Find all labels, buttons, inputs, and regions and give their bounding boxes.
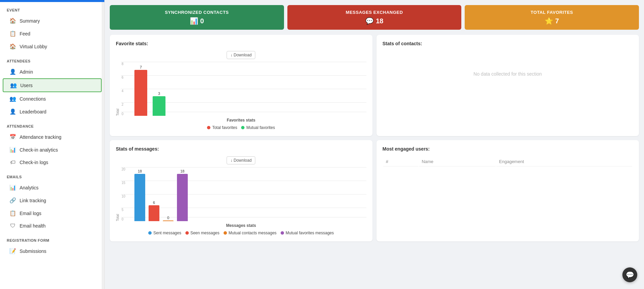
stat-title-messages: MESSAGES EXCHANGED [346, 10, 403, 15]
bar-value: 6 [153, 201, 155, 205]
engaged-col-header: # [383, 157, 418, 166]
sidebar-item-users[interactable]: 👥Users [3, 78, 102, 92]
sidebar-scrollbar[interactable] [102, 0, 104, 289]
bar-col-sent-messages: 18 [134, 169, 145, 221]
legend-label: Seen messages [190, 231, 220, 235]
stats-messages-chart: ↓ Download Total 20 15 10 5 0 [116, 156, 366, 235]
panel-stats-messages: Stats of messages: ↓ Download Total 20 1… [110, 140, 372, 241]
sidebar-item-label-submissions: Submissions [20, 248, 46, 254]
legend-dot [224, 231, 227, 235]
legend-item: Mutual favorites messages [281, 231, 334, 235]
stats-contacts-no-data: No data collected for this section [383, 51, 633, 97]
main-content: SYNCHRONIZED CONTACTS 📊 0 MESSAGES EXCHA… [105, 0, 644, 289]
stat-title-synchronized: SYNCHRONIZED CONTACTS [165, 10, 229, 15]
stat-total-favorites: TOTAL FAVORITES ⭐ 7 [465, 5, 639, 30]
messages-download-button[interactable]: ↓ Download [227, 156, 255, 164]
bar-value: 0 [167, 216, 169, 220]
sidebar-section-event: EVENT🏠Summary📋Feed🏠Virtual Lobby [0, 2, 104, 53]
sidebar-item-checkin-logs[interactable]: 🏷Check-in logs [3, 156, 102, 168]
sidebar-icon-email-logs: 📋 [9, 210, 16, 216]
sidebar-item-email-logs[interactable]: 📋Email logs [3, 207, 102, 219]
sidebar-item-summary[interactable]: 🏠Summary [3, 15, 102, 27]
panels-row-1: Favorite stats: ↓ Download Total 8 6 4 2 [110, 35, 639, 136]
legend-label: Sent messages [153, 231, 181, 235]
stat-value-messages: 💬 18 [365, 17, 383, 25]
sidebar-item-analytics[interactable]: 📊Analytics [3, 181, 102, 194]
legend-dot [207, 126, 210, 129]
sidebar-item-admin[interactable]: 👤Admin [3, 65, 102, 78]
panel-favorite-stats: Favorite stats: ↓ Download Total 8 6 4 2 [110, 35, 372, 136]
bar-value: 18 [138, 169, 142, 173]
engaged-col-header: Engagement [496, 157, 632, 166]
chat-bubble[interactable]: 💬 [622, 267, 637, 282]
sidebar-section-label: EVENT [0, 2, 104, 14]
sidebar-icon-submissions: 📝 [9, 248, 16, 254]
sidebar-section-registration-form: REGISTRATION FORM📝Submissions [0, 232, 104, 257]
bar-rect [153, 96, 165, 116]
bar-rect [177, 174, 188, 221]
sidebar-icon-leaderboard: 👤 [9, 108, 16, 115]
sidebar-item-label-summary: Summary [20, 18, 40, 24]
favorite-stats-legend: Total favoritesMutual favorites [207, 125, 275, 130]
bar-value: 3 [158, 91, 160, 96]
chart-icon: 📊 [190, 17, 198, 25]
sidebar-item-feed[interactable]: 📋Feed [3, 27, 102, 40]
sidebar-item-label-attendance-tracking: Attendance tracking [20, 134, 61, 140]
bar-rect [134, 70, 147, 116]
bar-rect [163, 220, 174, 221]
sidebar-item-label-checkin-analytics: Check-in analytics [20, 147, 58, 153]
fav-x-label: Favorites stats [227, 118, 255, 123]
sidebar-item-label-email-health: Email health [20, 223, 46, 229]
stat-value-favorites: ⭐ 7 [545, 17, 559, 25]
sidebar-item-label-feed: Feed [20, 31, 30, 36]
sidebar-icon-feed: 📋 [9, 30, 16, 37]
bar-col-mutual-favorites-messages: 18 [177, 169, 188, 221]
bar-col-mutual-contacts-messages: 0 [163, 216, 174, 221]
sidebar-item-label-virtual-lobby: Virtual Lobby [20, 44, 47, 49]
sidebar: EVENT🏠Summary📋Feed🏠Virtual LobbyATTENDEE… [0, 0, 105, 289]
sidebar-section-attendance: ATTENDANCE📅Attendance tracking📊Check-in … [0, 118, 104, 168]
sidebar-item-email-health[interactable]: 🛡Email health [3, 220, 102, 232]
stat-title-favorites: TOTAL FAVORITES [531, 10, 573, 15]
stat-synchronized-contacts: SYNCHRONIZED CONTACTS 📊 0 [110, 5, 284, 30]
legend-item: Sent messages [148, 231, 181, 235]
legend-item: Seen messages [185, 231, 220, 235]
sidebar-item-checkin-analytics[interactable]: 📊Check-in analytics [3, 143, 102, 156]
sidebar-item-attendance-tracking[interactable]: 📅Attendance tracking [3, 131, 102, 143]
sidebar-item-label-users: Users [20, 83, 33, 88]
sidebar-item-link-tracking[interactable]: 🔗Link tracking [3, 194, 102, 207]
sidebar-item-connections[interactable]: 👥Connections [3, 93, 102, 105]
engaged-col-header: Name [419, 157, 496, 166]
most-engaged-title: Most engaged users: [383, 146, 633, 152]
legend-label: Mutual contacts messages [229, 231, 277, 235]
sidebar-section-attendees: ATTENDEES👤Admin👥Users👥Connections👤Leader… [0, 53, 104, 118]
legend-dot [185, 231, 189, 235]
sidebar-item-label-admin: Admin [20, 69, 33, 75]
panel-stats-contacts: Stats of contacts: No data collected for… [377, 35, 639, 136]
sidebar-icon-link-tracking: 🔗 [9, 197, 16, 204]
stats-bar: SYNCHRONIZED CONTACTS 📊 0 MESSAGES EXCHA… [110, 5, 639, 30]
sidebar-section-label: ATTENDANCE [0, 118, 104, 130]
legend-label: Mutual favorites [246, 125, 275, 130]
star-icon: ⭐ [545, 17, 553, 25]
sidebar-item-label-checkin-logs: Check-in logs [20, 160, 48, 165]
sidebar-item-label-link-tracking: Link tracking [20, 198, 46, 203]
sidebar-item-virtual-lobby[interactable]: 🏠Virtual Lobby [3, 40, 102, 53]
stats-messages-title: Stats of messages: [116, 146, 366, 152]
sidebar-section-label: REGISTRATION FORM [0, 232, 104, 244]
legend-dot [241, 126, 244, 129]
sidebar-item-leaderboard[interactable]: 👤Leaderboard [3, 105, 102, 118]
sidebar-item-submissions[interactable]: 📝Submissions [3, 245, 102, 257]
chat-icon: 💬 [365, 17, 374, 25]
sidebar-item-label-leaderboard: Leaderboard [20, 109, 46, 114]
stat-messages-exchanged: MESSAGES EXCHANGED 💬 18 [287, 5, 462, 30]
msg-x-label: Messages stats [226, 223, 256, 228]
sidebar-icon-email-health: 🛡 [9, 223, 16, 229]
bar-col-mutual-favorites: 3 [153, 91, 165, 116]
legend-dot [148, 231, 152, 235]
bar-value: 18 [180, 169, 184, 173]
favorite-download-button[interactable]: ↓ Download [227, 51, 255, 59]
sidebar-icon-virtual-lobby: 🏠 [9, 43, 16, 50]
sidebar-icon-checkin-analytics: 📊 [9, 147, 16, 153]
sidebar-item-label-email-logs: Email logs [20, 211, 42, 216]
